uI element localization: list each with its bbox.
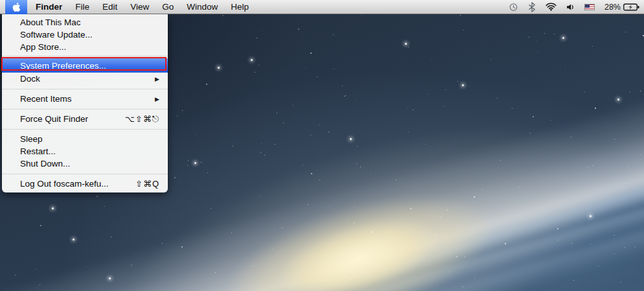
- menu-separator: [2, 105, 168, 113]
- keyboard-shortcut: ⌥⇧⌘⎋: [125, 114, 159, 124]
- menu-item-restart[interactable]: Restart...: [2, 145, 168, 157]
- apple-menu-button[interactable]: [5, 0, 27, 14]
- menu-bar: Finder File Edit View Go Window Help: [0, 0, 644, 14]
- menu-item-app-store[interactable]: App Store...: [2, 41, 168, 53]
- menubar-item-window[interactable]: Window: [180, 0, 224, 14]
- menubar-item-file[interactable]: File: [69, 0, 96, 14]
- menu-item-dock[interactable]: Dock ▶: [2, 73, 168, 85]
- menu-item-label: Software Update...: [20, 30, 93, 40]
- menu-item-label: System Preferences...: [20, 61, 106, 71]
- menu-separator: [2, 125, 168, 133]
- menu-separator: [2, 170, 168, 178]
- menu-item-software-update[interactable]: Software Update...: [2, 29, 168, 41]
- menu-item-system-preferences[interactable]: System Preferences...: [2, 58, 168, 73]
- time-machine-icon[interactable]: [509, 2, 518, 12]
- menu-item-label: Shut Down...: [20, 159, 70, 169]
- menu-item-label: Force Quit Finder: [20, 114, 88, 124]
- desktop: Finder File Edit View Go Window Help: [0, 0, 644, 291]
- us-flag-input-source-icon[interactable]: [584, 4, 595, 10]
- battery-charging-icon: [623, 3, 639, 11]
- menu-item-about-this-mac[interactable]: About This Mac: [2, 16, 168, 29]
- menubar-item-help[interactable]: Help: [224, 0, 255, 14]
- apple-logo-icon: [12, 2, 21, 12]
- battery-status[interactable]: 28%: [604, 3, 639, 12]
- bluetooth-icon[interactable]: [528, 2, 536, 12]
- keyboard-shortcut: ⇧⌘Q: [135, 179, 159, 189]
- menu-separator: [2, 53, 168, 58]
- menu-item-log-out[interactable]: Log Out foscam-kefu... ⇧⌘Q: [2, 178, 168, 190]
- menu-item-label: Log Out foscam-kefu...: [20, 179, 109, 189]
- menu-item-sleep[interactable]: Sleep: [2, 133, 168, 145]
- submenu-arrow-icon: ▶: [155, 76, 159, 82]
- wifi-icon[interactable]: [546, 3, 557, 11]
- apple-menu: About This Mac Software Update... App St…: [2, 14, 168, 192]
- menu-item-label: Restart...: [20, 146, 56, 156]
- menu-separator: [2, 85, 168, 93]
- menu-item-label: Recent Items: [20, 94, 72, 104]
- battery-percent: 28%: [604, 3, 621, 12]
- menu-item-label: Sleep: [20, 134, 43, 144]
- menubar-app-title[interactable]: Finder: [29, 0, 69, 14]
- menubar-item-go[interactable]: Go: [155, 0, 180, 14]
- menu-item-label: About This Mac: [20, 17, 81, 27]
- menu-item-force-quit-finder[interactable]: Force Quit Finder ⌥⇧⌘⎋: [2, 113, 168, 125]
- menu-item-shut-down[interactable]: Shut Down...: [2, 157, 168, 170]
- menu-item-label: App Store...: [20, 42, 66, 52]
- menubar-item-view[interactable]: View: [124, 0, 155, 14]
- menu-item-recent-items[interactable]: Recent Items ▶: [2, 93, 168, 105]
- menu-item-label: Dock: [20, 74, 40, 84]
- submenu-arrow-icon: ▶: [155, 96, 159, 102]
- menubar-item-edit[interactable]: Edit: [96, 0, 124, 14]
- volume-icon[interactable]: [566, 3, 575, 11]
- menubar-status-area: 28%: [509, 2, 644, 12]
